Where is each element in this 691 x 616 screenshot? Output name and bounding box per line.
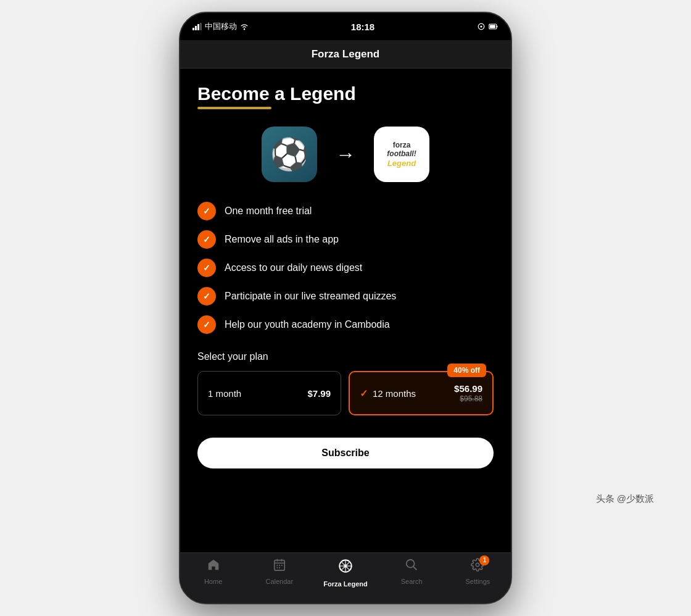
- tab-calendar[interactable]: Calendar: [246, 558, 312, 585]
- svg-point-20: [344, 564, 348, 568]
- discount-badge: 40% off: [447, 364, 486, 377]
- yearly-plan-price: $56.99: [454, 383, 482, 394]
- svg-rect-15: [279, 565, 280, 566]
- legend-football-text: football!: [387, 149, 416, 158]
- app-icons-row: ⚽ → forza football! Legend: [197, 127, 494, 182]
- forza-legend-icon: [337, 558, 354, 578]
- feature-item-5: ✓ Help our youth academy in Cambodia: [197, 315, 494, 334]
- monthly-plan-price: $7.99: [307, 388, 331, 399]
- plan-section: Select your plan 1 month $7.99 40% off ✓…: [197, 351, 494, 478]
- legend-app-icon: forza football! Legend: [374, 127, 429, 182]
- calendar-icon: [273, 558, 286, 575]
- svg-rect-3: [200, 23, 202, 30]
- nav-title: Forza Legend: [312, 48, 380, 60]
- search-icon: [405, 558, 418, 575]
- tab-settings[interactable]: 1 Settings: [445, 558, 511, 585]
- status-carrier: 中国移动: [192, 21, 249, 32]
- svg-rect-18: [279, 567, 280, 568]
- settings-icon: 1: [471, 558, 484, 575]
- tab-bar: Home Calendar: [180, 552, 511, 603]
- headline: Become a Legend: [197, 83, 494, 104]
- feature-text-4: Participate in our live streamed quizzes: [225, 291, 396, 302]
- status-icons: [476, 23, 499, 30]
- svg-rect-17: [276, 567, 278, 568]
- tab-calendar-label: Calendar: [265, 578, 293, 585]
- feature-text-2: Remove all ads in the app: [225, 234, 339, 245]
- svg-line-22: [413, 567, 416, 570]
- subscribe-button[interactable]: Subscribe: [197, 438, 494, 468]
- feature-text-3: Access to our daily news digest: [225, 262, 362, 273]
- legend-script-text: Legend: [387, 159, 416, 169]
- plan-cards: 1 month $7.99 40% off ✓ 12 months $56.99…: [197, 371, 494, 415]
- tab-settings-label: Settings: [466, 578, 490, 585]
- check-icon-4: ✓: [197, 287, 216, 306]
- yearly-check-icon: ✓: [360, 388, 368, 399]
- tab-home[interactable]: Home: [180, 558, 246, 585]
- feature-item-1: ✓ One month free trial: [197, 202, 494, 220]
- soccer-app-icon: ⚽: [262, 127, 317, 182]
- svg-rect-9: [490, 25, 495, 28]
- home-icon: [207, 558, 220, 575]
- yearly-plan-old-price: $95.88: [454, 394, 482, 403]
- soccer-ball-icon: ⚽: [270, 136, 308, 172]
- tab-forza-legend-label: Forza Legend: [323, 580, 368, 588]
- watermark: 头条 @少数派: [596, 493, 654, 505]
- svg-point-6: [480, 25, 482, 27]
- svg-rect-1: [195, 26, 197, 30]
- tab-home-label: Home: [204, 578, 222, 585]
- settings-badge: 1: [479, 556, 489, 565]
- check-icon-3: ✓: [197, 259, 216, 277]
- svg-rect-14: [276, 565, 278, 566]
- monthly-plan-label: 1 month: [208, 388, 241, 399]
- plan-section-title: Select your plan: [197, 351, 494, 362]
- yearly-plan-label: 12 months: [373, 388, 416, 399]
- check-icon-5: ✓: [197, 315, 216, 334]
- svg-point-4: [244, 28, 245, 30]
- transition-arrow: →: [336, 143, 355, 166]
- headline-underline: [197, 107, 271, 109]
- monthly-plan-card[interactable]: 1 month $7.99: [197, 371, 341, 415]
- check-icon-1: ✓: [197, 202, 216, 220]
- main-content: Become a Legend ⚽ → forza football! Lege…: [180, 69, 511, 555]
- subscribe-area: Subscribe: [197, 428, 494, 478]
- tab-search[interactable]: Search: [379, 558, 445, 585]
- status-time: 18:18: [351, 22, 374, 32]
- svg-rect-0: [192, 28, 194, 30]
- yearly-plan-card[interactable]: 40% off ✓ 12 months $56.99 $95.88: [349, 371, 494, 415]
- svg-rect-2: [197, 24, 199, 30]
- feature-item-2: ✓ Remove all ads in the app: [197, 230, 494, 249]
- check-icon-2: ✓: [197, 230, 216, 249]
- tab-search-label: Search: [401, 578, 423, 585]
- tab-forza-legend[interactable]: Forza Legend: [312, 558, 378, 588]
- nav-bar: Forza Legend: [180, 40, 511, 69]
- svg-rect-8: [497, 25, 498, 27]
- feature-item-4: ✓ Participate in our live streamed quizz…: [197, 287, 494, 306]
- svg-rect-16: [281, 565, 283, 566]
- status-bar: 中国移动 18:18: [180, 13, 511, 40]
- svg-point-23: [476, 563, 480, 567]
- feature-list: ✓ One month free trial ✓ Remove all ads …: [197, 202, 494, 334]
- feature-text-1: One month free trial: [225, 206, 312, 217]
- legend-forza-text: forza: [387, 141, 416, 149]
- phone-frame: 中国移动 18:18 Forza Legend: [179, 12, 512, 604]
- feature-item-3: ✓ Access to our daily news digest: [197, 259, 494, 277]
- feature-text-5: Help our youth academy in Cambodia: [225, 319, 390, 330]
- svg-point-21: [407, 560, 415, 568]
